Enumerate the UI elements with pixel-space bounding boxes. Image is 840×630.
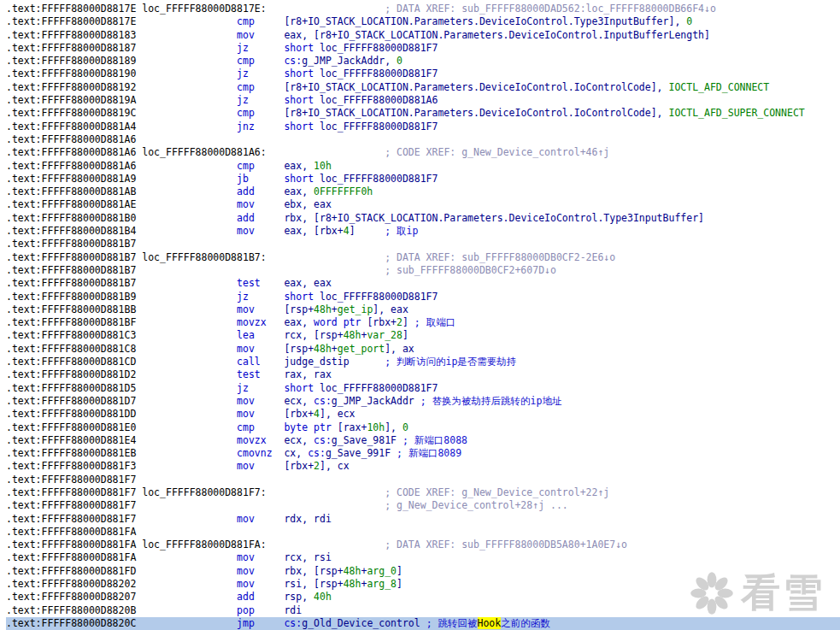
disasm-line[interactable]: .text:FFFFF88000D881A6 loc_FFFFF88000D88… (6, 146, 840, 159)
disasm-line[interactable]: .text:FFFFF88000D881C3 lea rcx, [rsp+48h… (6, 329, 840, 342)
disasm-line[interactable]: .text:FFFFF88000D881EB cmovnz cx, cs:g_S… (6, 447, 840, 460)
disasm-line[interactable]: .text:FFFFF88000D881FD mov rbx, [rsp+48h… (6, 565, 840, 578)
disasm-line[interactable]: .text:FFFFF88000D881B9 jz short loc_FFFF… (6, 291, 840, 303)
symbol-name[interactable]: loc_FFFFF88000D881F7 (320, 68, 438, 79)
disasm-line[interactable]: .text:FFFFF88000D881B7 test eax, eax (6, 277, 840, 290)
symbol-name[interactable]: g_Save_991F (326, 447, 391, 459)
disasm-line[interactable]: .text:FFFFF88000D881FA mov rcx, rsi (6, 551, 840, 564)
spacer (249, 382, 285, 394)
mnemonic: cmp (237, 107, 255, 119)
stack-variable[interactable]: get_port (338, 343, 385, 355)
address: .text:FFFFF88000D881FD (6, 565, 136, 577)
label-definition[interactable]: loc_FFFFF88000D881B7: (142, 251, 266, 263)
symbol-name[interactable]: loc_FFFFF88000D881F7 (320, 121, 438, 132)
symbol-name[interactable]: loc_FFFFF88000D881F7 (320, 291, 438, 303)
operand: rcx, rsi (284, 551, 331, 563)
mnemonic: jz (237, 291, 249, 303)
stack-variable[interactable]: var_28 (367, 329, 402, 341)
spacer (249, 42, 285, 54)
label-definition[interactable]: loc_FFFFF88000D881A6: (142, 146, 266, 158)
stack-variable[interactable]: arg_0 (367, 565, 397, 577)
disasm-line[interactable]: .text:FFFFF88000D8817E cmp [r8+IO_STACK_… (6, 15, 840, 28)
stack-variable[interactable]: get_ip (338, 303, 373, 315)
disasm-line[interactable]: .text:FFFFF88000D881B7 ; sub_FFFFF88000D… (6, 264, 840, 277)
disasm-line[interactable]: .text:FFFFF88000D881CD call judge_dstip … (6, 356, 840, 368)
spacer (136, 160, 237, 172)
label-definition[interactable]: loc_FFFFF88000D8817E: (142, 3, 266, 15)
disasm-line[interactable]: .text:FFFFF88000D881BF movzx eax, word p… (6, 316, 840, 329)
symbol-name[interactable]: g_JMP_JackAddr (332, 395, 414, 407)
disassembly-listing[interactable]: .text:FFFFF88000D8817E loc_FFFFF88000D88… (0, 0, 840, 630)
operand: rbx, [r8+IO_STACK_LOCATION.Parameters.De… (284, 212, 704, 224)
disasm-line[interactable]: .text:FFFFF88000D881B4 mov eax, [rbx+4] … (6, 225, 840, 238)
spacer (136, 277, 237, 289)
disasm-line[interactable]: .text:FFFFF88000D8817E loc_FFFFF88000D88… (6, 3, 840, 15)
mnemonic: add (237, 591, 255, 603)
symbol-name[interactable]: loc_FFFFF88000D881F7 (320, 173, 438, 185)
label-definition[interactable]: loc_FFFFF88000D881FA: (142, 539, 266, 551)
spacer (414, 395, 420, 407)
disasm-line[interactable]: .text:FFFFF88000D881F7 mov rdx, rdi (6, 513, 840, 526)
disasm-line[interactable]: .text:FFFFF88000D881D2 test rax, rax (6, 368, 840, 381)
disasm-line[interactable]: .text:FFFFF88000D881B7 (6, 238, 840, 250)
number-constant: 4 (344, 225, 350, 237)
disasm-line[interactable]: .text:FFFFF88000D881F7 ; g_New_Device_co… (6, 499, 840, 512)
disasm-line[interactable]: .text:FFFFF88000D881E4 movzx ecx, cs:g_S… (6, 434, 840, 447)
disasm-line[interactable]: .text:FFFFF88000D881FA (6, 526, 840, 539)
symbol-name[interactable]: g_JMP_JackAddr (302, 55, 385, 67)
mnemonic: jz (237, 68, 249, 79)
disasm-line-selected[interactable]: .text:FFFFF88000D8820C jmp cs:g_Old_Devi… (6, 617, 840, 630)
disasm-line[interactable]: .text:FFFFF88000D881DD mov [rbx+4], ecx (6, 408, 840, 421)
spacer (255, 29, 285, 41)
number-constant: 40h (314, 591, 332, 603)
disasm-line[interactable]: .text:FFFFF88000D881B0 add rbx, [r8+IO_S… (6, 212, 840, 225)
disasm-line[interactable]: .text:FFFFF88000D88183 mov eax, [r8+IO_S… (6, 29, 840, 42)
address: .text:FFFFF88000D88207 (6, 591, 136, 603)
disasm-line[interactable]: .text:FFFFF88000D881F3 mov [rbx+2], cx (6, 460, 840, 473)
disasm-line[interactable]: .text:FFFFF88000D8819C cmp [r8+IO_STACK_… (6, 107, 840, 120)
stack-variable[interactable]: arg_8 (367, 578, 397, 590)
disasm-line[interactable]: .text:FFFFF88000D881A6 cmp eax, 10h (6, 160, 840, 173)
mnemonic: test (237, 368, 261, 380)
disasm-line[interactable]: .text:FFFFF88000D881E0 cmp byte ptr [rax… (6, 421, 840, 434)
spacer (255, 303, 285, 315)
symbol-name[interactable]: loc_FFFFF88000D881F7 (320, 382, 438, 394)
disasm-line[interactable]: .text:FFFFF88000D881BB mov [rsp+48h+get_… (6, 303, 840, 316)
xref-comment: ; sub_FFFFF88000DB0CF2+607D↓o (385, 264, 556, 276)
disasm-line[interactable]: .text:FFFFF88000D881AB add eax, 0FFFFFFF… (6, 185, 840, 198)
disasm-line[interactable]: .text:FFFFF88000D881C8 mov [rsp+48h+get_… (6, 343, 840, 356)
disasm-line[interactable]: .text:FFFFF88000D88202 mov rsi, [rsp+48h… (6, 578, 840, 591)
disasm-line[interactable]: .text:FFFFF88000D88187 jz short loc_FFFF… (6, 42, 840, 55)
disasm-line[interactable]: .text:FFFFF88000D88190 jz short loc_FFFF… (6, 68, 840, 80)
keyword: short (284, 121, 320, 132)
symbol-name[interactable]: loc_FFFFF88000D881F7 (320, 42, 438, 54)
disasm-line[interactable]: .text:FFFFF88000D88207 add rsp, 40h (6, 591, 840, 604)
disasm-line[interactable]: .text:FFFFF88000D881B7 loc_FFFFF88000D88… (6, 251, 840, 264)
operand: [rbx+ (367, 316, 397, 328)
disasm-line[interactable]: .text:FFFFF88000D88189 cmp cs:g_JMP_Jack… (6, 55, 840, 68)
spacer (420, 617, 426, 629)
operand: eax, eax (284, 277, 331, 289)
operand: ] (397, 565, 402, 577)
disasm-line[interactable]: .text:FFFFF88000D881D7 mov ecx, cs:g_JMP… (6, 395, 840, 408)
disasm-line[interactable]: .text:FFFFF88000D881A9 jb short loc_FFFF… (6, 173, 840, 185)
symbol-name[interactable]: g_Save_981F (332, 434, 397, 446)
disasm-line[interactable]: .text:FFFFF88000D88192 cmp [r8+IO_STACK_… (6, 81, 840, 94)
spacer (136, 185, 237, 197)
disasm-line[interactable]: .text:FFFFF88000D881F7 loc_FFFFF88000D88… (6, 486, 840, 499)
symbol-name[interactable]: g_Old_Device_control (302, 617, 420, 629)
symbol-name[interactable]: loc_FFFFF88000D881A6 (320, 94, 438, 106)
symbol-name[interactable]: judge_dstip (284, 356, 349, 368)
disasm-line[interactable]: .text:FFFFF88000D881D5 jz short loc_FFFF… (6, 382, 840, 395)
disasm-line[interactable]: .text:FFFFF88000D881A4 jnz short loc_FFF… (6, 121, 840, 133)
mnemonic: mov (237, 551, 255, 563)
address: .text:FFFFF88000D881B7 (6, 238, 136, 250)
disasm-line[interactable]: .text:FFFFF88000D881FA loc_FFFFF88000D88… (6, 539, 840, 551)
disasm-line[interactable]: .text:FFFFF88000D8819A jz short loc_FFFF… (6, 94, 840, 107)
disasm-line[interactable]: .text:FFFFF88000D881A6 (6, 133, 840, 146)
disasm-line[interactable]: .text:FFFFF88000D881F7 (6, 474, 840, 486)
disasm-line[interactable]: .text:FFFFF88000D881AE mov ebx, eax (6, 198, 840, 211)
disasm-line[interactable]: .text:FFFFF88000D8820B pop rdi (6, 604, 840, 617)
label-definition[interactable]: loc_FFFFF88000D881F7: (142, 486, 266, 498)
number-constant: 0 (686, 15, 692, 27)
